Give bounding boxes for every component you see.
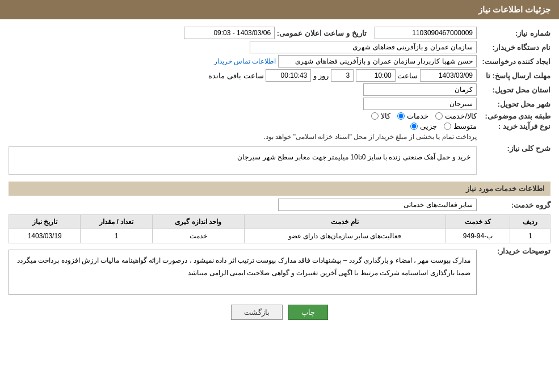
col-radif: ردیف <box>510 215 550 229</box>
mohlat-roz-input[interactable] <box>331 69 354 82</box>
tozyihat-value: مدارک پیوست مهر ، امضاء و بارگذاری گردد … <box>17 256 470 277</box>
mohlat-ersal-label: مهلت ارسال پاسخ: تا <box>477 71 550 80</box>
chap-button[interactable]: چاپ <box>288 305 328 320</box>
tozyihat-box: مدارک پیوست مهر ، امضاء و بارگذاری گردد … <box>9 250 477 295</box>
ostan-tahvil-input[interactable] <box>363 83 477 96</box>
cell-radif: 1 <box>510 229 550 243</box>
radio-khadamat[interactable]: خدمات <box>397 112 428 120</box>
tarikh-elan-input[interactable] <box>184 27 275 39</box>
sharh-kolli-box: خرید و حمل آهک صنعتی زنده با سایز 0تا10 … <box>9 146 477 175</box>
mohlat-saat-input[interactable] <box>356 69 396 82</box>
geroh-khadamat-input[interactable] <box>278 199 477 211</box>
bazgasht-button[interactable]: بازگشت <box>231 305 283 320</box>
tabaqe-bandi-group: کالا/خدمت خدمات کالا <box>371 112 477 120</box>
radio-jezvi[interactable]: جزیی <box>410 122 437 130</box>
radio-kala-khadamat-label: کالا/خدمت <box>445 112 477 120</box>
tozyihat-label: توصیحات خریدار: <box>477 247 550 255</box>
radio-kala-label: کالا <box>381 112 390 120</box>
mohlat-date-input[interactable] <box>420 69 477 82</box>
shahr-tahvil-input[interactable] <box>363 98 477 110</box>
radio-kala[interactable]: کالا <box>371 112 390 120</box>
cell-tedad: 1 <box>81 229 152 243</box>
radio-mottavasit-input[interactable] <box>444 123 451 130</box>
sharh-kolli-value: خرید و حمل آهک صنعتی زنده با سایز 0تا10 … <box>237 153 470 161</box>
radio-jezvi-label: جزیی <box>420 122 437 130</box>
radio-kala-khadamat-input[interactable] <box>435 112 443 120</box>
col-kod-khadamat: کد خدمت <box>445 215 510 229</box>
col-nam-khadamat: نام خدمت <box>244 215 445 229</box>
col-tedad: تعداد / مقدار <box>81 215 152 229</box>
tarikh-elan-label: تاریخ و ساعت اعلان عمومی: <box>277 29 367 37</box>
cell-nam-khadamat: فعالیت‌های سایر سازمان‌های دارای عضو <box>244 229 445 243</box>
radio-kala-khadamat[interactable]: کالا/خدمت <box>435 112 477 120</box>
cell-vahd-andaze: خدمت <box>152 229 244 243</box>
tabaqe-bandi-label: طبقه بندی موضوعی: <box>477 112 550 120</box>
radio-khadamat-label: خدمات <box>407 112 428 120</box>
button-row: چاپ بازگشت <box>9 305 550 320</box>
radio-khadamat-input[interactable] <box>397 112 405 120</box>
khadamat-table: ردیف کد خدمت نام خدمت واحد اندازه گیری ت… <box>9 214 550 243</box>
col-tarikh: تاریخ نیاز <box>9 215 81 229</box>
shahr-tahvil-label: شهر محل تحویل: <box>477 100 550 108</box>
mohlat-baghimande-input[interactable] <box>266 69 311 82</box>
noe-farayand-group: متوسط جزیی <box>264 122 477 130</box>
khadamat-section-title: اطلاعات خدمات مورد نیاز <box>9 182 550 196</box>
shomare-niaz-input[interactable] <box>375 27 477 39</box>
ostan-tahvil-label: استان محل تحویل: <box>477 86 550 94</box>
sharh-kolli-label: شرح کلی نیاز: <box>477 144 550 153</box>
cell-kod-khadamat: ب-94-949 <box>445 229 510 243</box>
roz-label: روز و <box>313 71 329 80</box>
nam-dastgah-input[interactable] <box>250 41 477 53</box>
ijad-konande-label: ایجاد کننده درخواست: <box>477 57 550 66</box>
radio-mottavasit-label: متوسط <box>453 122 477 130</box>
col-vahd-andaze: واحد اندازه گیری <box>152 215 244 229</box>
radio-mottavasit[interactable]: متوسط <box>444 122 477 130</box>
cell-tarikh: 1403/03/19 <box>9 229 81 243</box>
nam-dastgah-label: نام دستگاه خریدار: <box>477 43 550 52</box>
page-title: جزئیات اطلاعات نیاز <box>478 5 550 14</box>
geroh-khadamat-label: گروه خدمت: <box>477 201 550 209</box>
ijad-konande-input[interactable] <box>278 55 477 68</box>
radio-kala-input[interactable] <box>371 112 379 120</box>
radio-jezvi-input[interactable] <box>410 123 418 130</box>
etelaat-tamas-link[interactable]: اطلاعات تماس خریدار <box>214 57 276 65</box>
baghimande-label: ساعت باقی مانده <box>208 71 263 80</box>
shomare-niaz-label: شماره نیاز: <box>477 29 550 37</box>
saat-label: ساعت <box>397 71 418 80</box>
page-header: جزئیات اطلاعات نیاز <box>0 0 559 19</box>
noe-farayand-label: نوع فرآیند خرید : <box>477 122 550 130</box>
table-row: 1 ب-94-949 فعالیت‌های سایر سازمان‌های دا… <box>9 229 550 243</box>
farayand-description: پرداخت تمام یا بخشی از مبلغ خریدار از مح… <box>264 133 477 141</box>
